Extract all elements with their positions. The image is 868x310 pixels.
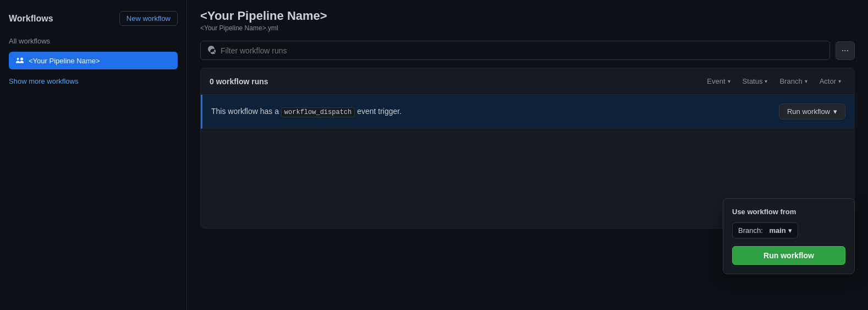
run-workflow-label: Run workflow [787, 107, 830, 116]
run-workflow-green-button[interactable]: Run workflow [732, 246, 845, 265]
sidebar-active-item-label: <Your Pipeline Name> [29, 57, 100, 65]
workflow-icon [15, 56, 24, 65]
dispatch-text: This workflow has a workflow_dispatch ev… [211, 107, 402, 116]
run-workflow-button[interactable]: Run workflow ▾ [779, 104, 845, 119]
runs-filters: Event ▾ Status ▾ Branch ▾ Actor ▾ [702, 75, 845, 88]
new-workflow-button[interactable]: New workflow [119, 11, 178, 26]
search-input[interactable] [221, 46, 823, 55]
more-options-button[interactable]: ··· [836, 41, 855, 60]
runs-header: 0 workflow runs Event ▾ Status ▾ Branch … [201, 68, 854, 95]
chevron-down-icon: ▾ [765, 78, 767, 84]
popover-title: Use workflow from [732, 208, 845, 216]
sidebar-item-all-workflows[interactable]: All workflows [9, 34, 178, 48]
sidebar-show-more[interactable]: Show more workflows [9, 75, 178, 88]
page-title: <Your Pipeline Name> [200, 9, 855, 23]
event-filter-label: Event [707, 77, 725, 85]
sidebar: Workflows New workflow All workflows <Yo… [0, 0, 187, 310]
search-row: ··· [200, 41, 855, 60]
branch-filter-label: Branch [779, 77, 802, 85]
chevron-down-icon: ▾ [838, 78, 841, 84]
search-box [200, 41, 830, 60]
sidebar-item-pipeline[interactable]: <Your Pipeline Name> [9, 52, 178, 69]
run-workflow-popover: Use workflow from Branch: main ▾ Run wor… [723, 198, 855, 274]
actor-filter-button[interactable]: Actor ▾ [815, 75, 845, 88]
chevron-down-icon: ▾ [728, 78, 730, 84]
more-icon: ··· [842, 46, 849, 56]
chevron-down-icon: ▾ [833, 107, 837, 116]
actor-filter-label: Actor [820, 77, 836, 85]
branch-filter-button[interactable]: Branch ▾ [775, 75, 811, 88]
search-icon [207, 45, 216, 56]
dispatch-text-prefix: This workflow has a [211, 107, 281, 116]
status-filter-button[interactable]: Status ▾ [738, 75, 772, 88]
chevron-down-icon: ▾ [788, 226, 792, 235]
runs-count: 0 workflow runs [210, 77, 268, 86]
chevron-down-icon: ▾ [805, 78, 807, 84]
status-filter-label: Status [743, 77, 763, 85]
sidebar-title: Workflows [9, 14, 53, 24]
dispatch-row: This workflow has a workflow_dispatch ev… [201, 95, 854, 129]
main-content: <Your Pipeline Name> <Your Pipeline Name… [187, 0, 868, 310]
branch-value: main [769, 226, 785, 235]
event-filter-button[interactable]: Event ▾ [702, 75, 734, 88]
branch-selector[interactable]: Branch: main ▾ [732, 222, 798, 238]
branch-label: Branch: [738, 226, 763, 235]
dispatch-code: workflow_dispatch [281, 107, 355, 117]
sidebar-header: Workflows New workflow [9, 11, 178, 26]
pipeline-yaml-label: <Your Pipeline Name>.yml [200, 24, 855, 32]
dispatch-text-suffix: event trigger. [355, 107, 402, 116]
